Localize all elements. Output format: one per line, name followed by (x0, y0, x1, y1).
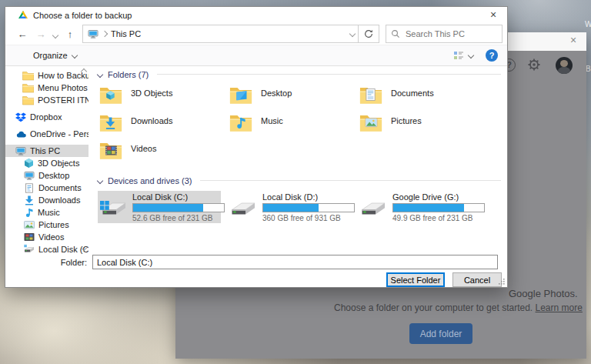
sidebar-item-dropbox[interactable]: Dropbox (5, 111, 88, 123)
folder-music-icon (229, 112, 252, 132)
downloads-icon (24, 195, 35, 205)
help-button[interactable]: ? (486, 49, 498, 62)
3d-objects-icon (24, 158, 34, 169)
breadcrumb[interactable]: This PC (83, 25, 358, 42)
folder-icon (22, 83, 34, 93)
sidebar-item-posteri-itn[interactable]: POSTERI ITN (5, 94, 88, 106)
folders-grid: 3D Objects Desktop D (98, 85, 501, 168)
up-button[interactable]: ↑ (61, 25, 79, 42)
refresh-button[interactable] (358, 25, 379, 42)
onedrive-cloud-icon (15, 130, 26, 139)
resize-grip[interactable] (498, 278, 506, 286)
local-disk-icon (24, 245, 35, 255)
search-input[interactable] (404, 28, 499, 39)
cancel-button[interactable]: Cancel (452, 272, 502, 287)
sidebar-item-downloads[interactable]: Downloads (5, 194, 88, 206)
folder-name-input[interactable] (92, 255, 498, 269)
folder-videos-icon (99, 140, 122, 160)
avatar[interactable] (556, 57, 573, 74)
dialog-titlebar[interactable]: Choose a folder to backup × (5, 7, 507, 23)
local-disk-c-icon (99, 196, 127, 218)
back-button[interactable]: ← (13, 25, 32, 42)
drives-grid: Local Disk (C:) 52.6 GB free of 231 GB (98, 191, 501, 223)
sidebar-scrollbar[interactable] (80, 69, 88, 250)
google-drive-g-icon (359, 196, 387, 218)
sidebar-item-how-to-backup[interactable]: How to Backup t (5, 69, 88, 82)
screen: W B × ? Google Photos. Choose a folder o… (0, 0, 591, 364)
folder-tile-music[interactable]: Music (228, 112, 358, 140)
this-pc-icon (88, 29, 98, 38)
gear-icon[interactable] (527, 58, 541, 72)
bg-close-icon[interactable]: × (565, 34, 582, 46)
folder-icon (22, 95, 34, 105)
music-icon (24, 208, 34, 218)
desktop-icon (24, 171, 35, 180)
folder-tile-3d-objects[interactable]: 3D Objects (98, 85, 228, 112)
sidebar-item-menu-photos[interactable]: Menu Photos (5, 82, 88, 94)
folder-3d-objects-icon (99, 85, 122, 105)
capacity-bar-fill (133, 204, 203, 212)
sidebar-item-3d-objects[interactable]: 3D Objects (5, 157, 88, 169)
organize-button[interactable]: Organize (33, 51, 77, 60)
drive-tile-local-disk-c[interactable]: Local Disk (C:) 52.6 GB free of 231 GB (98, 191, 221, 223)
drives-group-header[interactable]: Devices and drives (3) (98, 175, 501, 185)
chevron-down-icon (71, 52, 77, 58)
folder-tile-desktop[interactable]: Desktop (228, 85, 358, 112)
sidebar-item-local-disk-c[interactable]: Local Disk (C:) (5, 243, 88, 255)
folders-group-header[interactable]: Folders (7) (98, 69, 501, 79)
sidebar-item-desktop[interactable]: Desktop (5, 169, 88, 182)
local-disk-d-icon (229, 196, 257, 218)
sidebar-item-this-pc[interactable]: This PC (5, 145, 88, 157)
add-folder-button[interactable]: Add folder (409, 323, 472, 344)
folder-documents-icon (359, 85, 382, 105)
dialog-content: How to Backup t Menu Photos POSTERI ITN (5, 66, 507, 252)
collapse-chevron-icon[interactable] (97, 177, 103, 183)
change-view-button[interactable] (453, 51, 473, 60)
breadcrumb-this-pc[interactable]: This PC (111, 29, 141, 38)
drive-tile-local-disk-d[interactable]: Local Disk (D:) 360 GB free of 931 GB (228, 191, 351, 223)
organize-label: Organize (33, 51, 68, 60)
sidebar-item-documents[interactable]: Documents (5, 182, 88, 194)
sidebar-item-onedrive[interactable]: OneDrive - Person (5, 128, 88, 140)
choose-folder-dialog: Choose a folder to backup × ← → ↑ This P… (5, 6, 508, 288)
refresh-icon (364, 29, 373, 38)
chevron-down-icon (52, 32, 58, 38)
select-folder-button[interactable]: Select Folder (386, 272, 445, 287)
folder-tile-downloads[interactable]: Downloads (98, 112, 228, 140)
dropbox-icon (15, 112, 26, 122)
folder-tile-videos[interactable]: Videos (98, 140, 228, 168)
scroll-up-icon[interactable] (81, 68, 87, 75)
capacity-bar-fill (263, 204, 319, 212)
address-bar[interactable]: This PC (82, 25, 379, 43)
folder-desktop-icon (229, 85, 252, 105)
this-pc-icon (15, 146, 26, 155)
videos-icon (24, 232, 35, 242)
capacity-bar (132, 203, 225, 212)
instruction-label: Choose a folder on your computer to get … (334, 302, 533, 313)
documents-icon (24, 183, 35, 193)
sidebar-item-pictures[interactable]: Pictures (5, 219, 88, 231)
scroll-down-icon[interactable] (81, 245, 87, 251)
learn-more-link[interactable]: Learn more (536, 302, 583, 313)
search-box[interactable] (386, 25, 503, 43)
instruction-text: Choose a folder on your computer to get … (334, 302, 566, 313)
google-drive-icon (18, 11, 28, 19)
folder-field-label: Folder: (5, 258, 92, 267)
sidebar-item-music[interactable]: Music (5, 206, 88, 219)
sidebar-item-videos[interactable]: Videos (5, 231, 88, 243)
drive-tile-google-drive-g[interactable]: Google Drive (G:) 49.9 GB free of 231 GB (358, 191, 481, 223)
folder-tile-pictures[interactable]: Pictures (358, 112, 488, 140)
file-list-pane: Folders (7) 3D Objects (88, 66, 507, 252)
background-text-fragment: W (585, 20, 591, 28)
background-text-fragment: B (586, 65, 591, 73)
chevron-right-icon (102, 31, 108, 37)
address-dropdown-icon[interactable] (349, 31, 356, 37)
dialog-footer: Folder: Select Folder Cancel (5, 252, 507, 287)
collapse-chevron-icon[interactable] (97, 71, 103, 77)
close-icon[interactable]: × (479, 7, 507, 23)
view-options-icon (453, 51, 464, 60)
folder-tile-documents[interactable]: Documents (358, 85, 488, 112)
forward-button[interactable]: → (32, 25, 50, 42)
recent-locations-button[interactable] (50, 25, 61, 42)
dialog-title: Choose a folder to backup (33, 11, 479, 20)
